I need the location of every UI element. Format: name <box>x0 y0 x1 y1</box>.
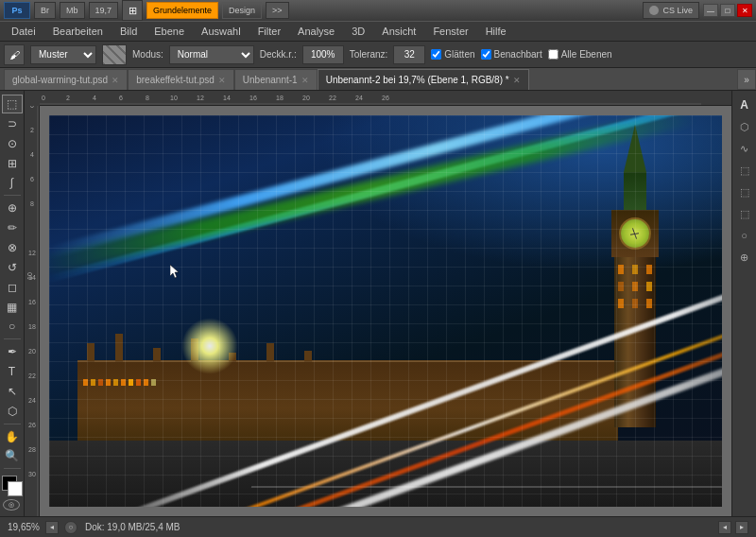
status-arrow-icon[interactable]: ◂ <box>45 521 59 534</box>
ruler-left: 0 2 4 6 8 10 12 14 16 18 20 22 24 26 28 … <box>25 91 40 516</box>
tool-quickselect[interactable]: ⊙ <box>2 134 23 153</box>
menu-bearbeiten[interactable]: Bearbeiten <box>45 24 111 39</box>
tool-marquee[interactable]: ⬚ <box>2 95 23 113</box>
menu-filter[interactable]: Filter <box>250 24 288 39</box>
svg-text:4: 4 <box>30 151 34 158</box>
status-nav-right[interactable]: ▸ <box>735 521 748 534</box>
adjacent-checkbox[interactable] <box>481 49 491 60</box>
canvas-document[interactable] <box>49 115 722 507</box>
svg-text:8: 8 <box>30 200 34 207</box>
menu-datei[interactable]: Datei <box>4 24 43 39</box>
right-tool-text[interactable]: A <box>734 95 755 115</box>
tab-label: breakeffekt-tut.psd <box>136 75 215 85</box>
tab-unbenannt1[interactable]: Unbenannt-1 ✕ <box>234 69 318 90</box>
tool-eraser[interactable]: ◻ <box>2 278 23 297</box>
tab-close-icon[interactable]: ✕ <box>513 76 521 85</box>
color-selector[interactable] <box>2 476 23 495</box>
right-panel: A ⬡ ∿ ⬚ ⬚ ⬚ ○ ⊕ <box>731 91 756 516</box>
title-bar-left: Ps Br Mb 19,7 ⊞ Grundelemente Design >> … <box>4 0 699 21</box>
svg-text:24: 24 <box>28 397 36 404</box>
ruler-corner <box>25 91 40 106</box>
minibrige-button[interactable]: Mb <box>60 2 85 19</box>
quick-mask-button[interactable]: ◎ <box>3 499 22 512</box>
opacity-input[interactable] <box>302 45 344 64</box>
canvas-area: 0 2 4 6 8 10 12 14 16 18 20 22 24 26 <box>25 91 731 516</box>
minimize-button[interactable]: — <box>703 4 718 17</box>
pattern-picker-icon[interactable] <box>102 44 127 65</box>
svg-text:20: 20 <box>28 348 36 355</box>
tool-gradient[interactable]: ▦ <box>2 298 23 317</box>
tool-lasso[interactable]: ⊃ <box>2 114 23 133</box>
svg-text:2: 2 <box>66 95 70 101</box>
svg-text:30: 30 <box>28 471 36 477</box>
tab-close-icon[interactable]: ✕ <box>112 76 119 85</box>
menu-bild[interactable]: Bild <box>112 24 145 39</box>
all-layers-checkbox[interactable] <box>548 49 558 60</box>
menu-auswahl[interactable]: Auswahl <box>194 24 249 39</box>
pattern-select[interactable]: Muster <box>30 45 96 64</box>
menu-ansicht[interactable]: Ansicht <box>374 24 423 39</box>
mode-label: Modus: <box>132 49 163 60</box>
adjacent-label: Benachbart <box>494 49 542 60</box>
tool-history[interactable]: ↺ <box>2 258 23 277</box>
tool-clone[interactable]: ⊗ <box>2 238 23 257</box>
menu-analyse[interactable]: Analyse <box>290 24 342 39</box>
tab-unbenannt2[interactable]: Unbenannt-2 bei 19,7% (Ebene 1, RGB/8) *… <box>318 69 529 90</box>
cslive-button[interactable]: CS Live <box>643 2 699 19</box>
main-area: ⬚ ⊃ ⊙ ⊞ ∫ ⊕ ✏ ⊗ ↺ ◻ ▦ ○ ✒ T ↖ ⬡ ✋ 🔍 ◎ <box>0 91 756 516</box>
right-tool-adjust[interactable]: ⬚ <box>734 203 755 224</box>
tool-text[interactable]: T <box>2 362 23 381</box>
tool-spot-heal[interactable]: ⊕ <box>2 199 23 217</box>
design-button[interactable]: Design <box>222 2 262 19</box>
right-tool-curve[interactable]: ∿ <box>734 138 755 159</box>
tabs-overflow-button[interactable]: » <box>737 69 756 90</box>
bridge-button[interactable]: Br <box>34 2 56 19</box>
right-tool-circle[interactable]: ○ <box>734 225 755 246</box>
tab-label: Unbenannt-2 bei 19,7% (Ebene 1, RGB/8) * <box>326 75 509 85</box>
tool-brush[interactable]: ✏ <box>2 218 23 237</box>
tool-shape[interactable]: ⬡ <box>2 402 23 421</box>
tool-path-select[interactable]: ↖ <box>2 382 23 401</box>
tool-eyedropper[interactable]: ∫ <box>2 174 23 193</box>
zoom-control[interactable]: 19,7 <box>89 2 119 19</box>
right-tool-shape[interactable]: ⬡ <box>734 116 755 137</box>
tool-crop[interactable]: ⊞ <box>2 154 23 173</box>
grundelemente-button[interactable]: Grundelemente <box>146 2 218 19</box>
tool-zoom[interactable]: 🔍 <box>2 447 23 466</box>
tab-breakeffekt[interactable]: breakeffekt-tut.psd ✕ <box>128 69 234 90</box>
more-workspaces-button[interactable]: >> <box>266 2 289 19</box>
right-tool-plus[interactable]: ⊕ <box>734 247 755 268</box>
tool-preset-icon[interactable]: 🖌 <box>4 44 25 65</box>
tab-close-icon[interactable]: ✕ <box>301 76 309 85</box>
svg-text:22: 22 <box>329 95 336 101</box>
maximize-button[interactable]: □ <box>720 4 735 17</box>
menu-hilfe[interactable]: Hilfe <box>478 24 514 39</box>
photo-background <box>49 115 722 507</box>
tolerance-input[interactable] <box>393 45 425 64</box>
menu-ebene[interactable]: Ebene <box>146 24 192 39</box>
background-color[interactable] <box>8 481 23 496</box>
status-doc-info: Dok: 19,0 MB/25,4 MB <box>85 522 180 532</box>
status-circle-icon[interactable]: ○ <box>64 521 77 534</box>
tool-dodge[interactable]: ○ <box>2 318 23 337</box>
svg-text:18: 18 <box>28 323 36 330</box>
svg-text:14: 14 <box>28 274 36 281</box>
close-button[interactable]: ✕ <box>737 4 752 17</box>
tool-pen[interactable]: ✒ <box>2 342 23 361</box>
right-tool-layers[interactable]: ⬚ <box>734 182 755 202</box>
tab-global-warming[interactable]: global-warming-tut.psd ✕ <box>4 69 128 90</box>
options-bar: 🖌 Muster Modus: Normal Deckk.r.: Toleran… <box>0 42 756 68</box>
smooth-checkbox[interactable] <box>431 49 441 60</box>
menu-3d[interactable]: 3D <box>344 24 372 39</box>
canvas-viewport[interactable] <box>40 106 731 516</box>
tool-hand[interactable]: ✋ <box>2 427 23 446</box>
tab-close-icon[interactable]: ✕ <box>218 76 226 85</box>
all-layers-checkbox-group: Alle Ebenen <box>548 49 612 60</box>
menu-fenster[interactable]: Fenster <box>425 24 475 39</box>
svg-text:10: 10 <box>170 95 178 101</box>
arrangement-icon[interactable]: ⊞ <box>122 0 143 21</box>
right-tool-rect[interactable]: ⬚ <box>734 160 755 181</box>
mode-select[interactable]: Normal <box>169 45 254 64</box>
svg-text:22: 22 <box>28 372 36 379</box>
status-nav-left[interactable]: ◂ <box>718 521 731 534</box>
